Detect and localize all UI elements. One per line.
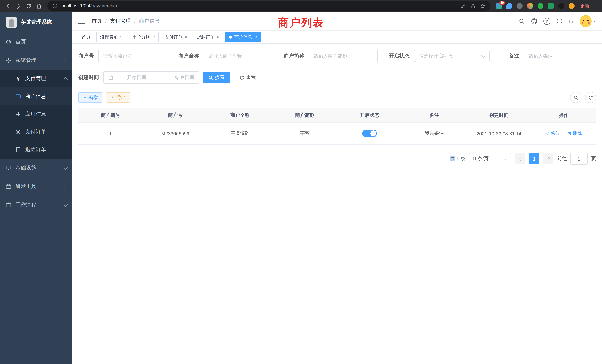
page-number-button[interactable]: 1 [529, 153, 539, 164]
yen-icon: ¥ [15, 75, 22, 82]
goto-label: 前往 [557, 155, 567, 162]
target-icon [15, 129, 22, 135]
sidebar-item-merchant-info[interactable]: 商户信息 [0, 87, 72, 105]
date-start-placeholder: 开始日期 [127, 74, 146, 81]
edit-button[interactable]: 修改 [545, 130, 560, 137]
bookmark-star-icon[interactable] [480, 3, 486, 9]
short-name-label: 商户简称 [284, 53, 304, 59]
create-time-range-picker[interactable]: 开始日期 - 结束日期 [103, 71, 199, 84]
close-icon[interactable]: × [254, 35, 257, 39]
chevron-down-icon [64, 184, 68, 188]
next-page-button[interactable] [543, 153, 553, 164]
extension-icon[interactable] [506, 2, 513, 10]
extension-icon[interactable] [558, 2, 565, 10]
total-text: 共 1 条 [450, 155, 465, 162]
export-button[interactable]: 导出 [106, 92, 130, 103]
search-icon[interactable] [518, 18, 525, 24]
address-bar[interactable]: localhost:1024/pay/merchant [47, 1, 490, 11]
site-info-icon[interactable] [52, 3, 57, 9]
sidebar-item-app-info[interactable]: 应用信息 [0, 105, 72, 123]
chevron-down-icon [481, 53, 486, 58]
short-name-input[interactable] [309, 50, 378, 62]
share-icon[interactable] [470, 3, 476, 9]
chevron-down-icon [64, 58, 68, 62]
close-icon[interactable]: × [185, 35, 187, 39]
page-size-select[interactable]: 10条/页 [469, 153, 511, 164]
cell-short-name: 芋艿 [272, 122, 337, 144]
active-dot [229, 36, 232, 39]
goto-page-input[interactable] [570, 153, 588, 165]
dashboard-icon [5, 39, 12, 45]
forward-icon[interactable] [13, 1, 23, 11]
help-icon[interactable]: ? [543, 18, 550, 25]
home-icon[interactable] [34, 1, 44, 11]
tab-merchant-info[interactable]: 商户信息× [225, 32, 261, 42]
tab-home[interactable]: 首页 [78, 32, 94, 42]
browser-update-button[interactable]: 更新 [580, 3, 589, 9]
status-toggle[interactable] [362, 130, 377, 137]
fullscreen-icon[interactable] [556, 18, 562, 24]
delete-button[interactable]: 删除 [567, 130, 582, 137]
sidebar-item-workflow[interactable]: 工作流程 [0, 196, 72, 214]
status-select[interactable]: 请选择开启状态 [414, 50, 490, 62]
close-icon[interactable]: × [120, 35, 123, 39]
page-content: 商户号 商户全称 商户简称 开启状态 请选择开启状态 [72, 44, 602, 364]
password-key-icon[interactable] [460, 3, 466, 9]
top-navbar: 首页 / 支付管理 / 商户信息 ? TT [72, 12, 602, 31]
breadcrumb-current: 商户信息 [139, 18, 160, 24]
cell-status [337, 122, 402, 144]
extension-icon[interactable] [516, 2, 523, 10]
prev-page-button[interactable] [515, 153, 525, 164]
sidebar-group-pay: ¥ 支付管理 商户信息 应用信息 支付订单 退 [0, 70, 72, 159]
search-button[interactable]: 搜索 [203, 72, 230, 83]
merchant-no-input[interactable] [98, 50, 167, 62]
github-icon[interactable] [531, 18, 537, 24]
sidebar-item-infra[interactable]: 基础设施 [0, 159, 72, 177]
toggle-search-button[interactable] [570, 92, 581, 103]
font-size-icon[interactable]: TT [568, 18, 574, 24]
remark-input[interactable] [524, 50, 602, 62]
browser-menu-icon[interactable]: ⋮ [593, 3, 599, 9]
hamburger-icon[interactable] [78, 19, 85, 24]
card-icon [15, 93, 22, 99]
gear-icon [5, 57, 12, 63]
reload-icon[interactable] [24, 1, 33, 11]
cell-full-name: 芋道源码 [208, 122, 272, 144]
close-icon[interactable]: × [217, 35, 219, 39]
add-button[interactable]: ＋ 新增 [78, 92, 102, 103]
extension-icon[interactable] [537, 2, 544, 10]
tab-refund-order[interactable]: 退款订单× [193, 32, 223, 42]
breadcrumb-pay[interactable]: 支付管理 [110, 18, 131, 24]
extension-icon[interactable]: 10 [495, 2, 503, 10]
cell-actions: 修改 删除 [531, 122, 596, 144]
status-label: 开启状态 [389, 53, 410, 59]
tab-user-group[interactable]: 用户分组× [129, 32, 159, 42]
user-avatar[interactable] [580, 15, 596, 27]
monitor-icon [5, 165, 12, 171]
extension-icon[interactable] [547, 2, 555, 10]
sidebar: 芋道管理系统 首页 系统管理 ¥ 支付管理 商户信息 [0, 12, 72, 364]
sidebar-item-pay-order[interactable]: 支付订单 [0, 123, 72, 141]
chevron-left-icon [519, 157, 523, 161]
sidebar-item-dev-tools[interactable]: 研发工具 [0, 177, 72, 196]
close-icon[interactable]: × [152, 35, 155, 39]
tab-pay-order[interactable]: 支付订单× [161, 32, 191, 42]
breadcrumb-home[interactable]: 首页 [92, 18, 102, 24]
sidebar-item-system[interactable]: 系统管理 [0, 51, 72, 70]
extension-icon[interactable] [568, 2, 575, 10]
refresh-table-button[interactable] [585, 92, 596, 103]
full-name-label: 商户全称 [178, 53, 199, 59]
cell-merchant-no: M233666999 [143, 122, 208, 144]
sidebar-item-refund-order[interactable]: 退款订单 [0, 141, 72, 159]
tab-process-form[interactable]: 流程表单× [96, 32, 126, 42]
cell-create-time: 2021-10-23 08:31:14 [467, 122, 531, 144]
app-logo[interactable]: 芋道管理系统 [0, 12, 72, 33]
browser-toolbar: localhost:1024/pay/merchant 10 更新 ⋮ [0, 0, 602, 12]
extension-icon[interactable] [526, 2, 534, 10]
sidebar-item-home[interactable]: 首页 [0, 33, 72, 51]
sidebar-item-pay[interactable]: ¥ 支付管理 [0, 70, 72, 87]
reset-button[interactable]: 重置 [234, 72, 261, 83]
search-icon [573, 95, 578, 100]
full-name-input[interactable] [204, 50, 272, 62]
back-icon[interactable] [3, 1, 13, 11]
